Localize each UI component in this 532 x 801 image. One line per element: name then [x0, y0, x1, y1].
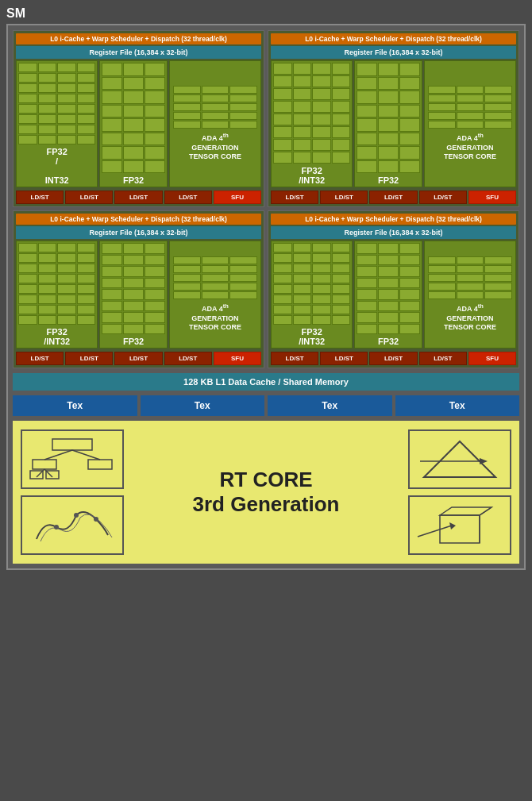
- rt-core-title: RT CORE: [124, 468, 408, 492]
- sm-container: L0 i-Cache + Warp Scheduler + Dispatch (…: [6, 24, 526, 570]
- tensor-tr: ADA 4thGENERATIONTENSOR CORE: [424, 60, 516, 187]
- svg-rect-0: [52, 439, 92, 450]
- quadrant-top-left: L0 i-Cache + Warp Scheduler + Dispatch (…: [13, 30, 264, 207]
- svg-marker-20: [449, 522, 456, 530]
- rt-diagrams-right: [408, 429, 511, 555]
- rt-diagrams-left: [21, 429, 124, 555]
- svg-rect-3: [33, 460, 56, 469]
- fp32-tl: FP32: [99, 60, 168, 187]
- svg-rect-15: [440, 515, 480, 543]
- svg-point-11: [94, 517, 98, 522]
- l0-cache-bar-tl: L0 i-Cache + Warp Scheduler + Dispatch (…: [16, 33, 261, 44]
- register-file-tr: Register File (16,384 x 32-bit): [271, 46, 516, 59]
- tensor-label-tl: ADA 4thGENERATIONTENSOR CORE: [189, 132, 241, 162]
- svg-line-2: [72, 450, 100, 460]
- l1-cache-bar: 128 KB L1 Data Cache / Shared Memory: [13, 373, 519, 391]
- rt-diagram-top-left: [21, 429, 124, 489]
- svg-line-19: [418, 526, 452, 537]
- sm-title: SM: [6, 6, 25, 21]
- rt-diagram-bottom-right: [408, 495, 511, 555]
- fp32-int32-label-tl: FP32/INT32: [18, 147, 95, 185]
- rt-core-section: RT CORE 3rd Generation: [13, 421, 519, 564]
- rt-diagram-top-right: [408, 429, 511, 489]
- fp32-tr: FP32: [354, 60, 422, 187]
- fp32-int32-tr: FP32/INT32: [271, 60, 353, 187]
- tex-unit-2: Tex: [141, 395, 265, 416]
- rt-diagram-bottom-left: [21, 495, 124, 555]
- quadrant-top-right: L0 i-Cache + Warp Scheduler + Dispatch (…: [268, 30, 519, 207]
- quadrant-bottom-row: L0 i-Cache + Warp Scheduler + Dispatch (…: [13, 210, 519, 368]
- svg-marker-12: [424, 441, 495, 477]
- tensor-tl: ADA 4thGENERATIONTENSOR CORE: [169, 60, 261, 187]
- bottom-units-tl: LD/ST LD/ST LD/ST LD/ST SFU: [16, 191, 261, 204]
- fp32-int32-tl: FP32/INT32: [16, 60, 98, 187]
- fp32-label-tl: FP32: [102, 175, 165, 185]
- register-file-tl: Register File (16,384 x 32-bit): [16, 46, 261, 59]
- svg-marker-16: [440, 507, 492, 515]
- quadrant-top-row: L0 i-Cache + Warp Scheduler + Dispatch (…: [13, 30, 519, 207]
- ray-box-icon: [416, 503, 503, 547]
- tex-unit-4: Tex: [395, 395, 520, 416]
- tex-unit-3: Tex: [268, 395, 392, 416]
- svg-line-1: [44, 450, 72, 460]
- svg-marker-14: [480, 458, 488, 464]
- l0-cache-bar-tr: L0 i-Cache + Warp Scheduler + Dispatch (…: [271, 33, 516, 44]
- core-area-tr: FP32/INT32 FP32: [271, 60, 516, 187]
- tex-row: Tex Tex Tex Tex: [13, 395, 519, 416]
- mesh-diagram-icon: [29, 503, 116, 547]
- ray-triangle-icon: [416, 437, 503, 481]
- svg-line-17: [480, 507, 492, 515]
- rt-core-gen-label: 3rd Generation: [124, 492, 408, 517]
- quadrant-bottom-left: L0 i-Cache + Warp Scheduler + Dispatch (…: [13, 210, 264, 368]
- core-area-tl: FP32/INT32 FP32: [16, 60, 261, 187]
- rt-core-center: RT CORE 3rd Generation: [124, 468, 408, 517]
- svg-point-9: [54, 525, 59, 530]
- quadrant-bottom-right: L0 i-Cache + Warp Scheduler + Dispatch (…: [268, 210, 519, 368]
- svg-rect-4: [88, 460, 112, 469]
- bvh-diagram-icon: [29, 437, 116, 481]
- svg-point-10: [74, 513, 79, 518]
- tex-unit-1: Tex: [13, 395, 137, 416]
